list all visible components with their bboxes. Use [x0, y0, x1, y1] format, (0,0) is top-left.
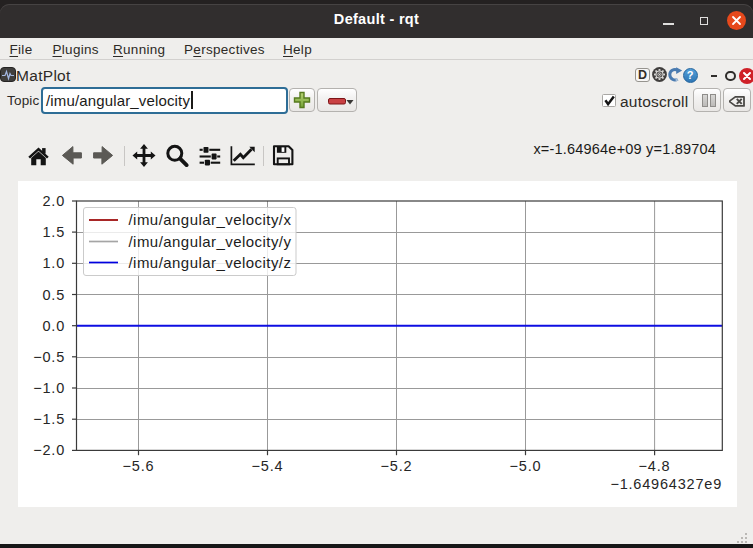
- svg-text:/imu/angular_velocity/y: /imu/angular_velocity/y: [129, 233, 292, 250]
- svg-text:−2.0: −2.0: [33, 442, 65, 458]
- svg-text:/imu/angular_velocity/z: /imu/angular_velocity/z: [129, 254, 292, 271]
- svg-text:−5.6: −5.6: [123, 458, 155, 474]
- svg-text:−1.0: −1.0: [33, 380, 65, 396]
- svg-text:1.5: 1.5: [42, 224, 65, 240]
- svg-text:/imu/angular_velocity/x: /imu/angular_velocity/x: [129, 211, 292, 228]
- svg-text:−1.5: −1.5: [33, 411, 65, 427]
- svg-text:0.0: 0.0: [42, 318, 65, 334]
- svg-text:2.0: 2.0: [42, 193, 65, 209]
- svg-text:−5.2: −5.2: [381, 458, 413, 474]
- svg-text:0.5: 0.5: [42, 287, 65, 303]
- svg-text:1.0: 1.0: [42, 255, 65, 271]
- svg-text:−0.5: −0.5: [33, 349, 65, 365]
- svg-text:−4.8: −4.8: [639, 458, 671, 474]
- svg-text:−5.0: −5.0: [510, 458, 542, 474]
- svg-text:−1.64964327e9: −1.64964327e9: [610, 476, 722, 492]
- svg-text:−5.4: −5.4: [252, 458, 284, 474]
